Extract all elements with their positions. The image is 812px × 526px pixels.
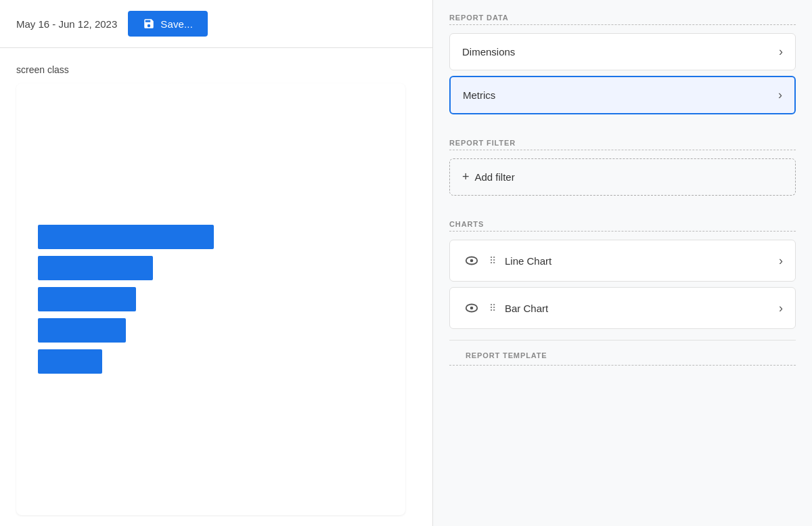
- save-button-label: Save...: [160, 18, 193, 30]
- date-range: May 16 - Jun 12, 2023: [16, 18, 117, 30]
- svg-point-1: [470, 259, 474, 263]
- bar-row: [38, 287, 389, 311]
- add-filter-label: Add filter: [475, 171, 515, 183]
- metrics-item[interactable]: Metrics ›: [449, 76, 796, 114]
- drag-icon: ⠿: [489, 303, 497, 313]
- dimensions-item[interactable]: Dimensions ›: [449, 33, 796, 70]
- chart-area: screen class: [0, 48, 432, 526]
- bar-row: [38, 225, 389, 249]
- report-data-label: REPORT DATA: [449, 14, 796, 25]
- report-data-section: REPORT DATA Dimensions › Metrics ›: [433, 0, 812, 120]
- left-panel: May 16 - Jun 12, 2023 Save... screen cla…: [0, 0, 433, 526]
- eye-icon[interactable]: [462, 251, 481, 270]
- charts-label: CHARTS: [449, 220, 796, 232]
- report-template-label: REPORT TEMPLATE: [449, 341, 796, 366]
- report-filter-section: REPORT FILTER + Add filter: [433, 125, 812, 201]
- chevron-right-icon: ›: [779, 45, 783, 59]
- bar-chart-item[interactable]: ⠿ Bar Chart ›: [449, 287, 796, 329]
- save-button[interactable]: Save...: [128, 11, 208, 37]
- save-icon: [143, 18, 155, 30]
- bar-row: [38, 256, 389, 280]
- line-chart-item[interactable]: ⠿ Line Chart ›: [449, 240, 796, 282]
- bar-row: [38, 349, 389, 374]
- metrics-label: Metrics: [463, 89, 495, 101]
- bar-4: [38, 318, 126, 343]
- chevron-right-icon: ›: [779, 254, 783, 268]
- bar-5: [38, 349, 102, 374]
- chevron-right-icon: ›: [779, 301, 783, 315]
- bar-chart: [16, 83, 405, 515]
- drag-icon: ⠿: [489, 255, 497, 266]
- add-filter-item[interactable]: + Add filter: [449, 158, 796, 196]
- eye-icon[interactable]: [462, 299, 481, 317]
- report-filter-label: REPORT FILTER: [449, 139, 796, 150]
- chevron-right-icon: ›: [778, 88, 782, 102]
- svg-point-3: [470, 307, 474, 310]
- bar-chart-label: Bar Chart: [505, 303, 771, 314]
- top-bar: May 16 - Jun 12, 2023 Save...: [0, 0, 432, 48]
- chart-title: screen class: [0, 64, 416, 75]
- bar-row: [38, 318, 389, 343]
- charts-section: CHARTS ⠿ Line Chart › ⠿ Bar Chart ›: [433, 206, 812, 334]
- right-panel: REPORT DATA Dimensions › Metrics › REPOR…: [433, 0, 812, 526]
- bar-2: [38, 256, 153, 280]
- line-chart-label: Line Chart: [505, 255, 771, 267]
- dimensions-label: Dimensions: [462, 46, 515, 58]
- bar-1: [38, 225, 214, 249]
- plus-icon: +: [462, 170, 470, 184]
- bar-3: [38, 287, 136, 311]
